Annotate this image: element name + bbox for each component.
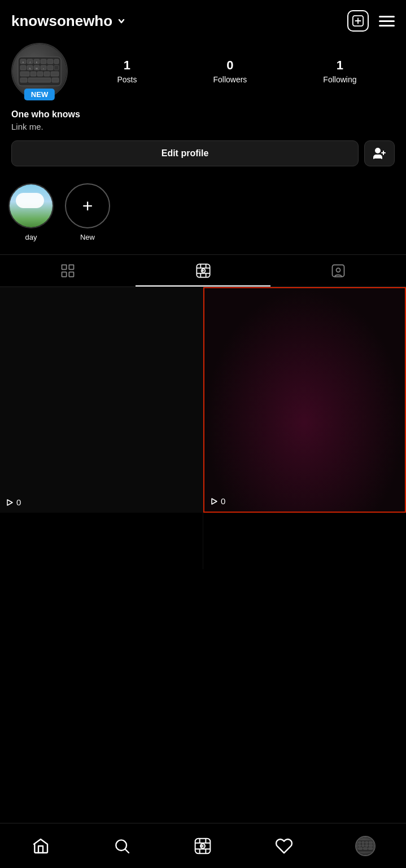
svg-rect-69 (369, 844, 372, 847)
plus-square-icon (352, 15, 364, 27)
svg-rect-7 (41, 59, 46, 64)
svg-rect-34 (69, 265, 73, 270)
menu-line (379, 25, 395, 27)
svg-rect-14 (47, 65, 53, 70)
svg-rect-33 (62, 265, 66, 270)
nav-search[interactable] (105, 829, 139, 863)
nav-profile[interactable] (348, 829, 382, 863)
svg-text:J: J (29, 61, 30, 64)
profile-section: H J K N M < NEW 1 Posts (0, 37, 406, 175)
header-left: knowsonewho (11, 12, 126, 30)
menu-line (379, 20, 395, 22)
svg-rect-22 (28, 78, 51, 82)
svg-rect-65 (369, 841, 372, 844)
left-count-text: 0 (16, 497, 21, 507)
nav-avatar-image (356, 837, 374, 855)
add-person-icon (373, 147, 386, 160)
followers-label: Followers (213, 75, 247, 84)
profile-top: H J K N M < NEW 1 Posts (11, 43, 395, 99)
story-circle-day (8, 183, 54, 228)
bio-section: One who knows Link me. (11, 109, 395, 131)
home-icon (32, 837, 50, 855)
story-cloud (16, 193, 43, 208)
svg-rect-68 (365, 844, 368, 847)
new-badge: NEW (24, 89, 55, 100)
username-text: knowsonewho (11, 12, 112, 30)
followers-stat[interactable]: 0 Followers (213, 58, 247, 84)
svg-marker-49 (212, 499, 217, 504)
right-play-count: 0 (210, 496, 225, 506)
tab-grid[interactable] (0, 255, 136, 287)
svg-rect-21 (20, 78, 27, 82)
following-stat[interactable]: 1 Following (323, 58, 356, 84)
content-col-left: 0 (0, 287, 203, 569)
svg-rect-70 (359, 847, 363, 849)
svg-rect-16 (20, 72, 29, 76)
svg-rect-62 (359, 841, 361, 844)
svg-rect-64 (365, 841, 368, 844)
svg-rect-35 (62, 272, 66, 276)
svg-rect-19 (44, 72, 50, 76)
svg-marker-45 (202, 270, 204, 272)
svg-point-30 (376, 148, 380, 153)
grid-icon (60, 263, 76, 279)
story-item-day[interactable]: day (8, 183, 54, 241)
stories-section: day + New (0, 175, 406, 244)
left-play-count: 0 (6, 497, 21, 507)
heart-icon (275, 837, 293, 855)
svg-text:H: H (23, 61, 24, 64)
menu-line (379, 16, 395, 17)
nav-home[interactable] (24, 829, 58, 863)
play-icon-left (6, 499, 14, 506)
posts-stat[interactable]: 1 Posts (117, 58, 137, 84)
posts-label: Posts (117, 75, 137, 84)
svg-rect-63 (362, 841, 364, 844)
following-count: 1 (337, 58, 343, 73)
following-label: Following (323, 75, 356, 84)
nav-keyboard-icon (356, 837, 374, 855)
nav-activity[interactable] (267, 829, 301, 863)
search-icon (113, 837, 131, 855)
nav-avatar (355, 836, 376, 856)
left-video-thumb[interactable]: 0 (0, 287, 203, 513)
bottom-nav (0, 823, 406, 868)
svg-rect-8 (47, 59, 53, 64)
right-video-thumb[interactable]: 0 (203, 287, 406, 513)
svg-rect-20 (51, 72, 59, 76)
tagged-icon (330, 263, 346, 279)
right-count-text: 0 (221, 496, 225, 506)
svg-rect-72 (368, 847, 372, 849)
tab-tagged[interactable] (270, 255, 406, 287)
content-area: 0 0 (0, 287, 406, 569)
svg-text:N: N (29, 67, 31, 70)
add-friend-button[interactable] (364, 140, 395, 166)
reels-icon (195, 263, 211, 279)
tab-reels[interactable] (136, 255, 271, 287)
svg-rect-10 (20, 65, 26, 70)
svg-marker-60 (202, 844, 204, 847)
play-icon-right (210, 497, 218, 505)
plus-icon: + (82, 197, 93, 215)
svg-rect-9 (54, 59, 59, 64)
reels-nav-icon (194, 837, 212, 855)
nav-reels[interactable] (186, 829, 220, 863)
svg-rect-66 (359, 844, 361, 847)
story-image-day (10, 184, 53, 227)
new-story-button[interactable]: + (65, 183, 110, 228)
edit-profile-button[interactable]: Edit profile (11, 140, 359, 166)
story-label-new: New (80, 233, 95, 241)
story-label-day: day (25, 233, 37, 241)
create-button[interactable] (347, 10, 369, 32)
tab-bar (0, 254, 406, 287)
posts-count: 1 (124, 58, 130, 73)
avatar-wrapper: H J K N M < NEW (11, 43, 68, 99)
chevron-down-icon[interactable] (117, 16, 126, 25)
svg-line-51 (125, 849, 129, 853)
display-name: One who knows (11, 109, 395, 120)
svg-rect-23 (52, 78, 59, 82)
keyboard-illustration: H J K N M < (17, 56, 62, 87)
hamburger-menu-button[interactable] (379, 16, 395, 27)
svg-rect-17 (30, 72, 36, 76)
story-item-new[interactable]: + New (65, 183, 110, 241)
svg-rect-71 (364, 847, 368, 849)
